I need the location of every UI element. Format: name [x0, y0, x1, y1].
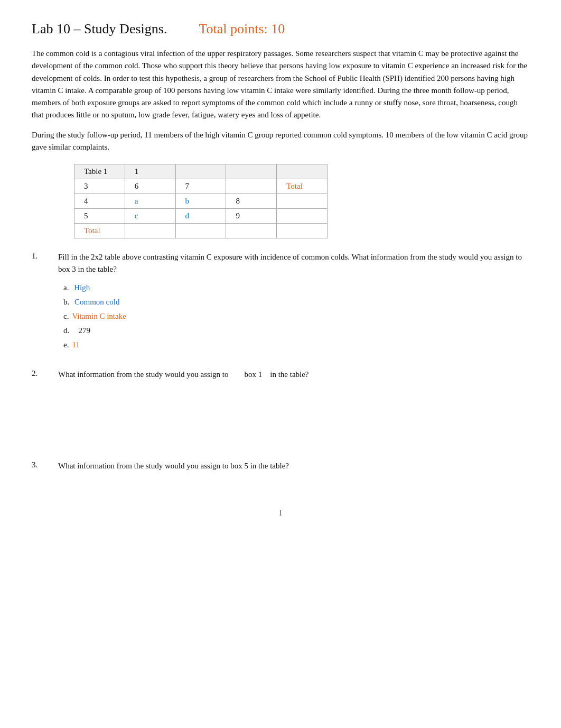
- table-cell-total-col5: [277, 224, 328, 238]
- answer-1d-text: 279: [74, 326, 90, 335]
- answer-1d-label: d.: [63, 326, 69, 335]
- intro-paragraph2: During the study follow-up period, 11 me…: [32, 129, 529, 154]
- answer-1b: b. Common cold: [63, 296, 529, 308]
- question-3-number: 3.: [32, 460, 48, 477]
- table-cell-3: 3: [74, 179, 125, 194]
- table-cell-total-col3: [175, 224, 226, 238]
- study-table: Table 1 1 3 6 7 Total 4 a b 8: [74, 164, 328, 238]
- answer-1a-text: High: [74, 283, 90, 292]
- page-title: Lab 10 – Study Designs.: [32, 21, 167, 37]
- question-3: 3. What information from the study would…: [32, 460, 529, 477]
- answer-1e-label: e.: [63, 340, 69, 349]
- answer-1a: a. High: [63, 281, 529, 294]
- table-cell-c: c: [125, 209, 175, 224]
- table-wrapper: Table 1 1 3 6 7 Total 4 a b 8: [74, 164, 498, 238]
- question-2-body: What information from the study would yo…: [58, 368, 529, 386]
- table-cell-empty1: [277, 194, 328, 209]
- page-header: Lab 10 – Study Designs. Total points: 10: [32, 21, 529, 37]
- table-col4-header: [277, 164, 328, 179]
- table-row: 5 c d 9: [74, 209, 328, 224]
- question-2: 2. What information from the study would…: [32, 368, 529, 386]
- answer-1e-text: 11: [72, 340, 79, 349]
- question-2-box: box 1: [244, 370, 262, 379]
- page-number: 1: [279, 509, 283, 517]
- page-footer: 1: [32, 509, 529, 518]
- total-points: Total points: 10: [199, 21, 285, 37]
- table-cell-d: d: [175, 209, 226, 224]
- question-1-text: Fill in the 2x2 table above contrasting …: [58, 251, 529, 276]
- table-col2-header: [175, 164, 226, 179]
- intro-paragraph1: The common cold is a contagious viral in…: [32, 48, 529, 122]
- table-cell-a: a: [125, 194, 175, 209]
- table-row: 3 6 7 Total: [74, 179, 328, 194]
- answer-1c: c.Vitamin C intake: [63, 310, 529, 322]
- table-cell-8: 8: [226, 194, 277, 209]
- table-cell-total-col2: [125, 224, 175, 238]
- question-1: 1. Fill in the 2x2 table above contrasti…: [32, 251, 529, 353]
- question-2-number: 2.: [32, 368, 48, 386]
- question-1-number: 1.: [32, 251, 48, 353]
- table-cell-total-label: Total: [74, 224, 125, 238]
- answer-1b-text: Common cold: [74, 298, 119, 306]
- table-col3-header: [226, 164, 277, 179]
- table-cell-5: 5: [74, 209, 125, 224]
- table-cell-blank1: [226, 179, 277, 194]
- answer-1b-label: b.: [63, 298, 69, 306]
- answer-1c-label: c.: [63, 312, 69, 320]
- table-cell-empty2: [277, 209, 328, 224]
- table-header-row: Table 1 1: [74, 164, 328, 179]
- table-col1-header: 1: [125, 164, 175, 179]
- question-1-body: Fill in the 2x2 table above contrasting …: [58, 251, 529, 353]
- question-3-body: What information from the study would yo…: [58, 460, 529, 477]
- table-row: 4 a b 8: [74, 194, 328, 209]
- table-row: Total: [74, 224, 328, 238]
- answer-1a-label: a.: [63, 283, 69, 292]
- answer-1d: d. 279: [63, 324, 529, 337]
- table-cell-b: b: [175, 194, 226, 209]
- question-2-text-before: What information from the study would yo…: [58, 370, 228, 379]
- answer-1e: e.11: [63, 338, 529, 351]
- answer-list-1: a. High b. Common cold c.Vitamin C intak…: [58, 281, 529, 351]
- table-cell-4: 4: [74, 194, 125, 209]
- table-caption: Table 1: [74, 164, 125, 179]
- question-3-text: What information from the study would yo…: [58, 460, 529, 472]
- table-cell-total-header: Total: [277, 179, 328, 194]
- questions-section: 1. Fill in the 2x2 table above contrasti…: [32, 251, 529, 477]
- table-cell-7: 7: [175, 179, 226, 194]
- table-cell-total-col4: [226, 224, 277, 238]
- question-2-text-after: in the table?: [270, 370, 308, 379]
- table-cell-6: 6: [125, 179, 175, 194]
- table-cell-9: 9: [226, 209, 277, 224]
- question-2-text: What information from the study would yo…: [58, 368, 529, 381]
- answer-1c-text: Vitamin C intake: [72, 312, 126, 320]
